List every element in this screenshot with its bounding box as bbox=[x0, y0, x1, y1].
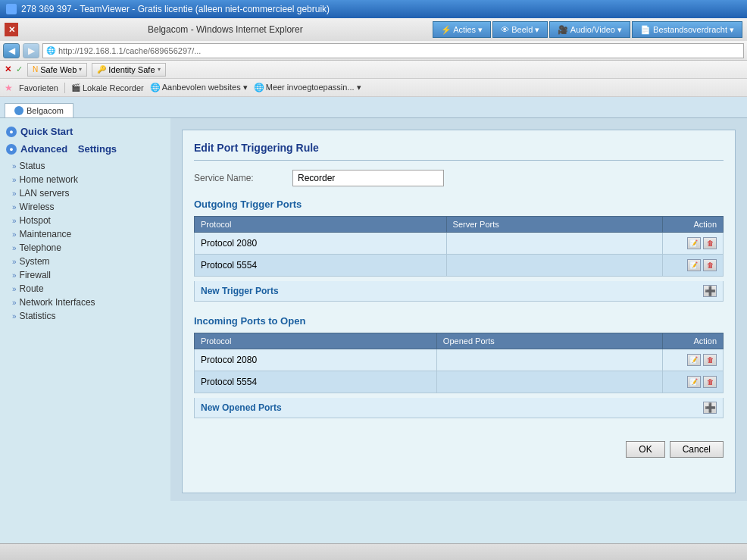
outgoing-action-1: 📝 🗑 bbox=[663, 233, 724, 255]
sidebar-item-maintenance[interactable]: » Maintenance bbox=[6, 227, 164, 241]
address-icon: 🌐 bbox=[46, 46, 55, 55]
lokale-recorder-link[interactable]: 🎬 Lokale Recorder bbox=[71, 83, 144, 92]
tab-favicon bbox=[14, 106, 23, 115]
sidebar-item-status[interactable]: » Status bbox=[6, 159, 164, 173]
edit-icon-4[interactable]: 📝 bbox=[687, 376, 701, 388]
incoming-col-protocol: Protocol bbox=[195, 333, 437, 349]
quick-start-icon: ● bbox=[6, 127, 17, 137]
aanbevolen-dropdown[interactable]: 🌐 Aanbevolen websites ▾ bbox=[150, 83, 248, 92]
edit-icon-3[interactable]: 📝 bbox=[687, 354, 701, 366]
sidebar-lan-servers-label: LAN servers bbox=[20, 188, 70, 199]
delete-icon-1[interactable]: 🗑 bbox=[703, 237, 717, 249]
sidebar-item-network-interfaces[interactable]: » Network Interfaces bbox=[6, 296, 164, 309]
table-row: Protocol 2080 📝 🗑 bbox=[195, 349, 724, 371]
bullet-icon: » bbox=[12, 203, 17, 211]
advanced-label: Advanced bbox=[20, 143, 67, 155]
outgoing-col-server-ports: Server Ports bbox=[446, 217, 662, 233]
service-name-label: Service Name: bbox=[194, 173, 285, 183]
browser-top-bar: ✕ Belgacom - Windows Internet Explorer ⚡… bbox=[0, 18, 747, 41]
bullet-icon: » bbox=[12, 176, 17, 184]
sidebar-status-label: Status bbox=[20, 161, 45, 171]
status-bar bbox=[0, 543, 747, 560]
content-panel: Edit Port Triggering Rule Service Name: … bbox=[182, 130, 736, 493]
sidebar-item-hotspot[interactable]: » Hotspot bbox=[6, 214, 164, 227]
sidebar-wireless-label: Wireless bbox=[20, 202, 55, 212]
safe-web-button[interactable]: N Safe Web ▾ bbox=[27, 63, 87, 77]
delete-icon-4[interactable]: 🗑 bbox=[703, 376, 717, 388]
identity-safe-label: Identity Safe bbox=[108, 65, 155, 74]
outgoing-server-ports-2 bbox=[446, 255, 662, 277]
page-title: Edit Port Triggering Rule bbox=[194, 142, 724, 161]
sidebar-quick-start[interactable]: ● Quick Start bbox=[6, 126, 164, 137]
tab-bar: Belgacom bbox=[0, 97, 747, 118]
outgoing-col-protocol: Protocol bbox=[195, 217, 447, 233]
bullet-icon: » bbox=[12, 299, 17, 307]
incoming-opened-ports-1 bbox=[436, 349, 662, 371]
identity-safe-dropdown-icon: ▾ bbox=[158, 66, 161, 73]
forward-button[interactable]: ▶ bbox=[23, 43, 39, 58]
delete-icon-2[interactable]: 🗑 bbox=[703, 259, 717, 271]
sidebar-item-home-network[interactable]: » Home network bbox=[6, 173, 164, 186]
ok-button[interactable]: OK bbox=[626, 441, 664, 458]
outgoing-server-ports-1 bbox=[446, 233, 662, 255]
sidebar-route-label: Route bbox=[20, 283, 44, 294]
acties-button[interactable]: ⚡ Acties ▾ bbox=[433, 21, 491, 38]
teamviewer-icon bbox=[6, 4, 17, 14]
beeld-button[interactable]: 👁 Beeld ▾ bbox=[492, 21, 548, 38]
new-trigger-ports-link[interactable]: New Trigger Ports bbox=[201, 286, 279, 296]
outgoing-protocol-2: Protocol 5554 bbox=[195, 255, 447, 277]
bullet-icon: » bbox=[12, 312, 17, 321]
incoming-action-2: 📝 🗑 bbox=[663, 371, 724, 393]
tv-toolbar: ⚡ Acties ▾ 👁 Beeld ▾ 🎥 Audio/Video ▾ 📄 B… bbox=[433, 21, 742, 38]
incoming-protocol-1: Protocol 2080 bbox=[195, 349, 437, 371]
safe-web-label: Safe Web bbox=[40, 65, 77, 74]
favorites-bar: ★ Favorieten 🎬 Lokale Recorder 🌐 Aanbevo… bbox=[0, 79, 747, 97]
sidebar-item-system[interactable]: » System bbox=[6, 255, 164, 268]
tv-close-button[interactable]: ✕ bbox=[5, 23, 18, 36]
sidebar-telephone-label: Telephone bbox=[20, 242, 61, 253]
sidebar-advanced-settings[interactable]: ● Advanced Settings bbox=[6, 143, 164, 155]
button-row: OK Cancel bbox=[194, 433, 724, 458]
edit-icon-1[interactable]: 📝 bbox=[687, 237, 701, 249]
outgoing-section-title: Outgoing Trigger Ports bbox=[194, 199, 724, 210]
sidebar-item-wireless[interactable]: » Wireless bbox=[6, 200, 164, 214]
sidebar-system-label: System bbox=[20, 256, 50, 267]
favorites-star-icon: ★ bbox=[5, 83, 13, 93]
address-text: http://192.168.1.1/cache/689656297/... bbox=[58, 46, 201, 55]
quick-start-label: Quick Start bbox=[20, 126, 73, 137]
bullet-icon: » bbox=[12, 217, 17, 225]
delete-icon-3[interactable]: 🗑 bbox=[703, 354, 717, 366]
outgoing-col-action: Action bbox=[663, 217, 724, 233]
service-name-input[interactable] bbox=[292, 170, 444, 186]
belgacom-tab[interactable]: Belgacom bbox=[5, 103, 73, 117]
sidebar-item-telephone[interactable]: » Telephone bbox=[6, 241, 164, 255]
bestandsoverdracht-button[interactable]: 📄 Bestandsoverdracht ▾ bbox=[632, 21, 742, 38]
table-row: Protocol 5554 📝 🗑 bbox=[195, 371, 724, 393]
aanbevolen-label: Aanbevolen websites ▾ bbox=[162, 83, 248, 92]
address-bar[interactable]: 🌐 http://192.168.1.1/cache/689656297/... bbox=[42, 43, 744, 58]
sidebar-item-lan-servers[interactable]: » LAN servers bbox=[6, 186, 164, 200]
x-button[interactable]: ✕ bbox=[5, 64, 11, 74]
safe-web-dropdown-icon: ▾ bbox=[79, 66, 82, 73]
sidebar-statistics-label: Statistics bbox=[20, 311, 56, 321]
sidebar-item-firewall[interactable]: » Firewall bbox=[6, 268, 164, 282]
main-layout: ● Quick Start ● Advanced Settings » Stat… bbox=[0, 118, 747, 501]
title-bar-text: 278 369 397 - TeamViewer - Gratis licent… bbox=[21, 4, 330, 14]
check-button[interactable]: ✓ bbox=[16, 64, 23, 74]
sidebar-item-route[interactable]: » Route bbox=[6, 282, 164, 296]
back-button[interactable]: ◀ bbox=[3, 43, 20, 58]
edit-icon-2[interactable]: 📝 bbox=[687, 259, 701, 271]
sidebar-maintenance-label: Maintenance bbox=[20, 229, 72, 239]
favorieten-button[interactable]: Favorieten bbox=[19, 83, 58, 92]
new-opened-ports-link[interactable]: New Opened Ports bbox=[201, 402, 282, 413]
incoming-section-title: Incoming Ports to Open bbox=[194, 315, 724, 327]
meer-invoeg-dropdown[interactable]: 🌐 Meer invoegtoepassin... ▾ bbox=[254, 83, 361, 92]
new-opened-add-icon[interactable]: ➕ bbox=[703, 402, 717, 414]
identity-safe-button[interactable]: 🔑 Identity Safe ▾ bbox=[92, 63, 165, 77]
advanced-settings-icon: ● bbox=[6, 144, 17, 155]
audio-video-button[interactable]: 🎥 Audio/Video ▾ bbox=[549, 21, 630, 38]
cancel-button[interactable]: Cancel bbox=[670, 441, 724, 458]
sidebar-item-statistics[interactable]: » Statistics bbox=[6, 309, 164, 323]
sidebar: ● Quick Start ● Advanced Settings » Stat… bbox=[0, 118, 170, 501]
new-trigger-add-icon[interactable]: ➕ bbox=[703, 285, 717, 297]
